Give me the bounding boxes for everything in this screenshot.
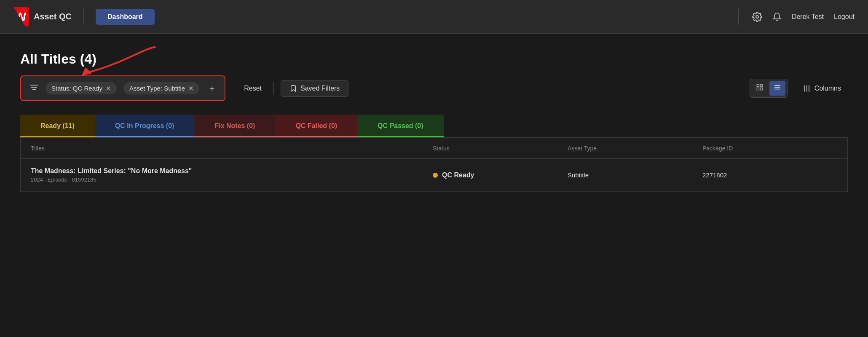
add-filter-button[interactable]: ＋	[208, 83, 216, 94]
row-asset-type: Subtitle	[568, 171, 702, 179]
columns-icon	[803, 84, 811, 93]
annotation-area: All Titles (4)	[20, 47, 848, 67]
tabs: Ready (11) QC In Progress (0) Fix Notes …	[20, 115, 848, 138]
filter-chip-asset-type: Asset Type: Subtitle ✕	[123, 82, 199, 94]
filter-actions: Reset Saved Filters	[236, 79, 848, 98]
filter-row: Status: QC Ready ✕ Asset Type: Subtitle …	[20, 75, 848, 101]
row-title-cell: The Madness: Limited Series: "No More Ma…	[31, 167, 433, 183]
title-sub: 2024 · Episode · 81592185	[31, 177, 433, 183]
header-divider-1	[83, 8, 84, 25]
status-label: QC Ready	[442, 171, 474, 179]
user-name: Derek Test	[792, 13, 824, 21]
dashboard-button[interactable]: Dashboard	[96, 9, 155, 25]
logo-area: N Asset QC	[13, 7, 72, 27]
filter-chip-status-label: Status: QC Ready	[51, 85, 102, 92]
filter-chip-asset-type-label: Asset Type: Subtitle	[129, 85, 185, 92]
row-package-id: 2271802	[702, 171, 837, 179]
header-divider-2	[738, 8, 739, 25]
data-table: Titles Status Asset Type Package ID The …	[20, 138, 848, 192]
columns-label: Columns	[814, 85, 841, 92]
header-right: Derek Test Logout	[735, 8, 855, 25]
app-name: Asset QC	[34, 12, 72, 21]
table-header: Titles Status Asset Type Package ID	[21, 138, 847, 159]
col-status: Status	[433, 145, 568, 152]
filter-chip-status: Status: QC Ready ✕	[46, 82, 117, 94]
tab-qc-passed[interactable]: QC Passed (0)	[357, 115, 443, 137]
svg-marker-1	[81, 67, 92, 76]
svg-rect-6	[760, 84, 762, 86]
svg-rect-5	[757, 84, 759, 86]
header: N Asset QC Dashboard Derek Test Logout	[0, 0, 868, 34]
title-main: The Madness: Limited Series: "No More Ma…	[31, 167, 433, 175]
view-toggle	[750, 79, 788, 98]
list-view-button[interactable]	[769, 81, 785, 96]
filter-icon	[29, 83, 39, 93]
svg-rect-8	[760, 88, 762, 90]
saved-filters-button[interactable]: Saved Filters	[281, 80, 348, 97]
notifications-icon[interactable]	[772, 12, 782, 22]
row-status-cell: QC Ready	[433, 171, 568, 179]
tab-qc-failed[interactable]: QC Failed (0)	[275, 115, 357, 137]
netflix-logo: N	[13, 7, 29, 27]
col-titles: Titles	[31, 145, 433, 152]
grid-icon	[756, 83, 764, 91]
list-icon	[774, 83, 781, 91]
page-title: All Titles (4)	[20, 47, 848, 67]
grid-view-button[interactable]	[752, 81, 768, 96]
svg-point-0	[756, 16, 758, 18]
logout-button[interactable]: Logout	[834, 13, 855, 21]
svg-rect-7	[757, 88, 759, 90]
col-asset-type: Asset Type	[568, 145, 702, 152]
settings-icon[interactable]	[752, 12, 762, 22]
status-dot	[433, 173, 438, 178]
filter-chip-asset-type-close[interactable]: ✕	[188, 85, 193, 92]
filter-bar: Status: QC Ready ✕ Asset Type: Subtitle …	[20, 75, 225, 101]
tab-qc-in-progress[interactable]: QC In Progress (0)	[95, 115, 194, 137]
columns-button[interactable]: Columns	[796, 80, 848, 97]
main-content: All Titles (4) Status: QC Ready ✕ Asset …	[0, 34, 868, 192]
tab-ready[interactable]: Ready (11)	[20, 115, 95, 137]
col-package-id: Package ID	[702, 145, 837, 152]
reset-button[interactable]: Reset	[236, 85, 270, 92]
filter-chip-status-close[interactable]: ✕	[106, 85, 111, 92]
table-row[interactable]: The Madness: Limited Series: "No More Ma…	[21, 159, 847, 192]
saved-filters-label: Saved Filters	[300, 85, 340, 92]
tab-fix-notes[interactable]: Fix Notes (0)	[194, 115, 275, 137]
bookmark-icon	[289, 85, 297, 92]
